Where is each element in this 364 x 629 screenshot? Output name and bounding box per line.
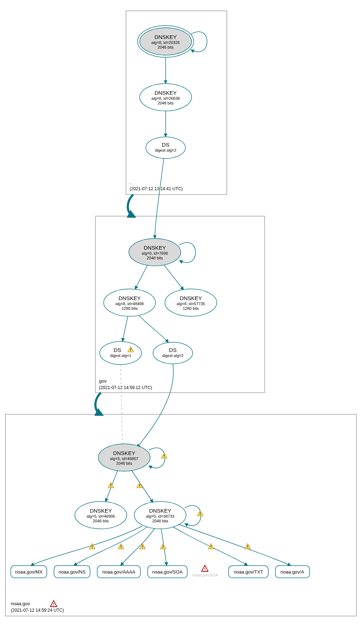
zone-time-root: (2021-07-12 13:14:41 UTC) bbox=[130, 186, 183, 191]
svg-point-9 bbox=[146, 137, 185, 159]
svg-text:DNSKEY: DNSKEY bbox=[180, 295, 202, 301]
node-gov-ds2[interactable]: DS digest alg=2 bbox=[153, 342, 193, 364]
node-gov-ksk[interactable]: DNSKEY alg=8, id=7698 2048 bits bbox=[129, 238, 181, 266]
edge-zsk2-mx bbox=[31, 526, 142, 566]
svg-text:2048 bits: 2048 bits bbox=[158, 45, 174, 49]
edge-zsk2-ns bbox=[74, 527, 148, 566]
svg-text:!: ! bbox=[139, 483, 140, 488]
svg-text:!: ! bbox=[142, 545, 143, 549]
svg-text:alg=5, id=46807: alg=5, id=46807 bbox=[110, 456, 139, 461]
svg-text:DS: DS bbox=[114, 347, 121, 353]
error-icon: ! bbox=[202, 565, 208, 571]
edge-noaa-ksk-zsk2 bbox=[131, 470, 153, 503]
svg-text:!: ! bbox=[120, 545, 122, 549]
edge-gov-to-noaa-zone bbox=[95, 393, 101, 414]
svg-text:2048 bits: 2048 bits bbox=[152, 519, 168, 523]
warning-icon: ! bbox=[137, 482, 143, 488]
svg-text:DNSKEY: DNSKEY bbox=[154, 34, 177, 40]
svg-text:1280 bits: 1280 bits bbox=[183, 306, 199, 311]
svg-text:DNSKEY: DNSKEY bbox=[90, 508, 112, 514]
zone-label-noaa: noaa.gov bbox=[11, 601, 30, 606]
rrset-txt[interactable]: noaa.gov/TXT bbox=[229, 566, 268, 578]
svg-text:noaa.gov/MX: noaa.gov/MX bbox=[15, 569, 43, 575]
node-gov-zsk2[interactable]: DNSKEY alg=8, id=57735 1280 bits bbox=[165, 289, 217, 316]
svg-point-24 bbox=[100, 342, 141, 365]
svg-text:DS: DS bbox=[162, 142, 170, 148]
svg-text:!: ! bbox=[199, 512, 201, 516]
svg-text:!: ! bbox=[110, 483, 112, 488]
edge-gov-ksk-zsk2 bbox=[164, 265, 184, 290]
svg-text:noaa.gov/A: noaa.gov/A bbox=[280, 569, 304, 575]
node-root-zsk[interactable]: DNSKEY alg=8, id=26838 2048 bits bbox=[140, 84, 192, 111]
svg-text:1280 bits: 1280 bits bbox=[122, 306, 138, 311]
rrset-a[interactable]: noaa.gov/A bbox=[275, 566, 310, 578]
rrset-ns[interactable]: noaa.gov/NS bbox=[54, 566, 90, 578]
zone-time-gov: (2021-07-12 14:59:12 UTC) bbox=[99, 385, 152, 390]
svg-text:noaa.gov/SOA: noaa.gov/SOA bbox=[192, 573, 218, 577]
svg-text:alg=8, id=26838: alg=8, id=26838 bbox=[152, 96, 180, 101]
rrset-soa-ghost: ! noaa.gov/SOA bbox=[192, 565, 218, 577]
svg-text:DNSKEY: DNSKEY bbox=[113, 450, 135, 456]
zone-label-root: . bbox=[130, 179, 131, 185]
svg-text:alg=5, id=46995: alg=5, id=46995 bbox=[87, 514, 115, 518]
edge-zsk2-a bbox=[178, 524, 291, 566]
zone-time-noaa: (2021-07-12 14:59:24 UTC) bbox=[11, 608, 64, 613]
svg-text:alg=5, id=38733: alg=5, id=38733 bbox=[146, 514, 175, 518]
svg-text:alg=8, id=48498: alg=8, id=48498 bbox=[116, 302, 144, 306]
svg-text:!: ! bbox=[162, 545, 164, 549]
svg-text:!: ! bbox=[163, 454, 165, 458]
error-icon: ! bbox=[50, 601, 57, 607]
rrset-mx[interactable]: noaa.gov/MX bbox=[11, 566, 47, 578]
node-gov-zsk1[interactable]: DNSKEY alg=8, id=48498 1280 bits bbox=[104, 289, 156, 316]
svg-text:2048 bits: 2048 bits bbox=[147, 256, 163, 260]
warning-icon: ! bbox=[160, 544, 166, 549]
svg-text:DNSKEY: DNSKEY bbox=[149, 508, 171, 514]
svg-text:!: ! bbox=[91, 545, 93, 549]
rrset-aaaa[interactable]: noaa.gov/AAAA bbox=[97, 566, 140, 578]
svg-text:alg=8, id=20326: alg=8, id=20326 bbox=[152, 40, 180, 45]
warning-icon: ! bbox=[140, 544, 145, 549]
svg-text:alg=8, id=7698: alg=8, id=7698 bbox=[142, 251, 168, 255]
svg-text:DNSKEY: DNSKEY bbox=[144, 245, 166, 251]
svg-text:alg=8, id=57735: alg=8, id=57735 bbox=[177, 302, 205, 306]
node-noaa-ksk[interactable]: DNSKEY alg=5, id=46807 2048 bits bbox=[98, 444, 150, 471]
edge-gov-zsk1-ds2 bbox=[139, 315, 168, 343]
zone-label-gov: gov bbox=[99, 378, 107, 384]
warning-icon: ! bbox=[208, 544, 214, 549]
dnssec-diagram: . (2021-07-12 13:14:41 UTC) DNSKEY alg=8… bbox=[0, 0, 364, 629]
svg-text:!: ! bbox=[210, 545, 212, 549]
svg-text:2048 bits: 2048 bits bbox=[158, 101, 174, 105]
svg-text:!: ! bbox=[204, 567, 206, 571]
edge-gov-ds1-noaa-ksk bbox=[121, 365, 122, 444]
edge-gov-ds2-noaa-ksk bbox=[137, 364, 174, 447]
node-root-ksk[interactable]: DNSKEY alg=8, id=20326 2048 bits bbox=[138, 26, 194, 57]
edge-root-ds-gov-ksk bbox=[155, 159, 164, 238]
svg-text:2048 bits: 2048 bits bbox=[93, 519, 109, 523]
svg-text:digest alg=1: digest alg=1 bbox=[110, 353, 131, 358]
svg-point-29 bbox=[153, 342, 193, 364]
node-noaa-zsk1[interactable]: DNSKEY alg=5, id=46995 2048 bits bbox=[75, 501, 127, 529]
warning-icon: ! bbox=[118, 544, 124, 549]
svg-text:digest alg=2: digest alg=2 bbox=[162, 353, 184, 358]
rrset-soa[interactable]: noaa.gov/SOA bbox=[148, 566, 187, 578]
svg-text:2048 bits: 2048 bits bbox=[116, 461, 132, 465]
edge-gov-zsk1-ds1 bbox=[122, 316, 128, 342]
svg-text:noaa.gov/TXT: noaa.gov/TXT bbox=[234, 569, 263, 575]
edge-root-to-gov-zone bbox=[128, 195, 133, 216]
svg-text:noaa.gov/NS: noaa.gov/NS bbox=[58, 569, 85, 575]
edge-gov-ksk-zsk1 bbox=[135, 265, 148, 289]
warning-icon: ! bbox=[197, 510, 203, 516]
warning-icon: ! bbox=[245, 544, 251, 549]
node-root-ds[interactable]: DS digest alg=2 bbox=[146, 137, 185, 159]
svg-text:noaa.gov/AAAA: noaa.gov/AAAA bbox=[102, 569, 135, 575]
edge-gov-ksk-self bbox=[179, 242, 196, 263]
svg-text:!: ! bbox=[53, 602, 54, 607]
node-gov-ds1[interactable]: DS digest alg=1 bbox=[100, 342, 141, 365]
warning-icon: ! bbox=[161, 453, 167, 458]
svg-text:!: ! bbox=[130, 348, 131, 352]
svg-text:DS: DS bbox=[169, 347, 177, 353]
edge-root-ksk-self bbox=[191, 32, 207, 52]
svg-text:DNSKEY: DNSKEY bbox=[154, 90, 177, 96]
node-noaa-zsk2[interactable]: DNSKEY alg=5, id=38733 2048 bits bbox=[134, 501, 186, 529]
svg-text:DNSKEY: DNSKEY bbox=[118, 295, 141, 301]
